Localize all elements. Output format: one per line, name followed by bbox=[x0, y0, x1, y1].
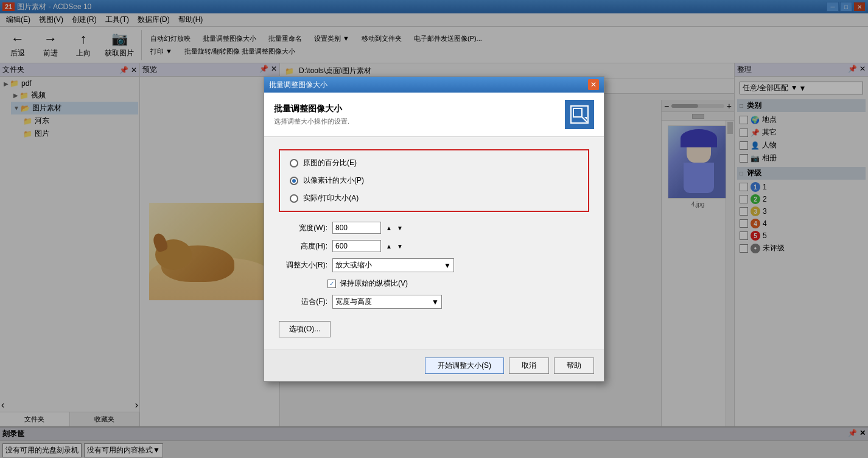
width-row: 宽度(W): ▲ ▼ bbox=[279, 222, 589, 234]
keep-ratio-checkbox[interactable] bbox=[327, 280, 336, 288]
options-section: 选项(O)... bbox=[279, 321, 589, 337]
fit-dropdown[interactable]: 宽度与高度 ▼ bbox=[332, 295, 442, 309]
height-spinner-up[interactable]: ▲ bbox=[386, 243, 392, 250]
dropdown-arrow: ▼ bbox=[432, 298, 439, 306]
radio-print-label: 实际/打印大小(A) bbox=[303, 193, 359, 203]
options-button[interactable]: 选项(O)... bbox=[279, 321, 331, 337]
resize-dropdown[interactable]: 放大或缩小 ▼ bbox=[332, 258, 454, 272]
start-resize-button[interactable]: 开始调整大小(S) bbox=[425, 358, 504, 374]
height-row: 高度(H): ▲ ▼ bbox=[279, 240, 589, 252]
dialog-footer: 开始调整大小(S) 取消 帮助 bbox=[264, 350, 604, 381]
width-label: 宽度(W): bbox=[279, 223, 327, 233]
dialog-body: 原图的百分比(E) 以像素计的大小(P) 实际/打印大小(A) 宽度(W): ▲… bbox=[264, 137, 604, 350]
dialog-close-button[interactable]: ✕ bbox=[588, 79, 599, 90]
dialog-subtitle: 批量调整图像大小 bbox=[274, 104, 349, 114]
dialog-header: 批量调整图像大小 选择调整大小操作的设置. bbox=[264, 93, 604, 137]
dialog-header-text: 批量调整图像大小 选择调整大小操作的设置. bbox=[274, 104, 349, 126]
keep-ratio-label: 保持原始的纵横比(V) bbox=[340, 278, 408, 289]
dialog-description: 选择调整大小操作的设置. bbox=[274, 117, 349, 126]
dialog-title: 批量调整图像大小 bbox=[269, 80, 327, 90]
height-spinner-down[interactable]: ▼ bbox=[397, 243, 403, 250]
radio-percentage-btn bbox=[290, 159, 298, 167]
dropdown-arrow: ▼ bbox=[444, 261, 451, 270]
modal-overlay: 批量调整图像大小 ✕ 批量调整图像大小 选择调整大小操作的设置. bbox=[0, 0, 868, 458]
radio-percentage-label: 原图的百分比(E) bbox=[303, 158, 357, 168]
height-input[interactable] bbox=[332, 240, 381, 252]
fit-value: 宽度与高度 bbox=[335, 297, 372, 307]
resize-mode-radio-group: 原图的百分比(E) 以像素计的大小(P) 实际/打印大小(A) bbox=[279, 149, 589, 212]
radio-percentage[interactable]: 原图的百分比(E) bbox=[290, 158, 578, 168]
dialog-title-bar: 批量调整图像大小 ✕ bbox=[264, 77, 604, 93]
radio-pixels-label: 以像素计的大小(P) bbox=[303, 175, 364, 186]
resize-dialog: 批量调整图像大小 ✕ 批量调整图像大小 选择调整大小操作的设置. bbox=[264, 76, 604, 382]
radio-pixels-btn bbox=[290, 177, 298, 185]
fit-row: 适合(F): 宽度与高度 ▼ bbox=[279, 295, 589, 309]
width-spinner-up[interactable]: ▲ bbox=[386, 225, 392, 231]
help-button[interactable]: 帮助 bbox=[554, 358, 594, 374]
resize-mode-row: 调整大小(R): 放大或缩小 ▼ bbox=[279, 258, 589, 272]
resize-value: 放大或缩小 bbox=[335, 260, 372, 270]
keep-ratio-row: 保持原始的纵横比(V) bbox=[327, 278, 589, 289]
width-spinner-down[interactable]: ▼ bbox=[397, 225, 403, 231]
svg-rect-1 bbox=[573, 108, 582, 117]
resize-icon bbox=[570, 105, 589, 124]
radio-print-btn bbox=[290, 194, 298, 203]
cancel-button[interactable]: 取消 bbox=[509, 358, 549, 374]
radio-print[interactable]: 实际/打印大小(A) bbox=[290, 193, 578, 203]
width-input[interactable] bbox=[332, 222, 381, 234]
resize-label: 调整大小(R): bbox=[279, 260, 327, 270]
fit-label: 适合(F): bbox=[279, 297, 327, 307]
height-label: 高度(H): bbox=[279, 241, 327, 252]
radio-pixels[interactable]: 以像素计的大小(P) bbox=[290, 175, 578, 186]
dialog-header-icon bbox=[565, 100, 594, 129]
